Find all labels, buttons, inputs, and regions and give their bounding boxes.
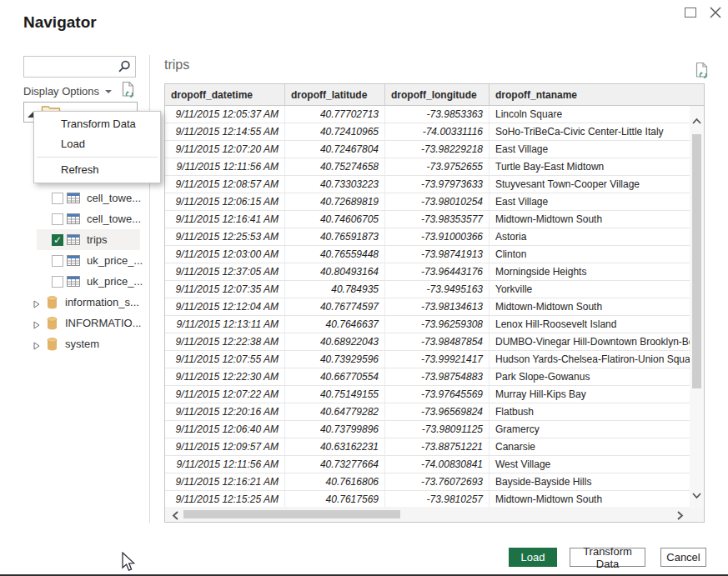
cell-dropoff-datetime: 9/11/2015 12:14:55 AM [165, 123, 285, 140]
expand-triangle-icon[interactable] [33, 319, 40, 328]
restore-icon[interactable] [685, 8, 696, 18]
cancel-button[interactable]: Cancel [660, 548, 706, 567]
navigator-tree: cell_towe... [23, 167, 142, 354]
column-header[interactable]: dropoff_latitude [285, 84, 385, 105]
table-row: 9/11/2015 12:07:22 AM 40.75149155 -73.97… [165, 386, 704, 403]
refresh-table-icon[interactable] [693, 61, 710, 81]
cell-dropoff-datetime: 9/11/2015 12:07:20 AM [165, 141, 285, 158]
dialog-title: Navigator [23, 13, 97, 32]
cell-dropoff-latitude: 40.7646637 [285, 316, 385, 333]
menu-item-refresh[interactable]: Refresh [34, 160, 160, 180]
cell-dropoff-longitude: -73.88751221 [385, 438, 490, 455]
tree-item[interactable]: uk_price_... [23, 271, 142, 292]
search-input[interactable] [24, 57, 117, 77]
cell-dropoff-longitude: -73.98754883 [385, 368, 490, 385]
vertical-scrollbar[interactable] [690, 106, 704, 508]
close-icon[interactable] [708, 5, 723, 20]
tree-item-checkbox[interactable] [52, 193, 63, 204]
cell-dropoff-datetime: 9/11/2015 12:22:38 AM [165, 333, 285, 350]
table-row: 9/11/2015 12:08:57 AM 40.73303223 -73.97… [165, 176, 704, 193]
tree-item[interactable]: uk_price_... [23, 250, 142, 271]
expand-triangle-icon[interactable] [33, 298, 40, 307]
table-row: 9/11/2015 12:16:21 AM 40.7616806 -73.760… [165, 473, 704, 491]
cell-dropoff-ntaname: Lincoln Square [490, 106, 704, 123]
cell-dropoff-datetime: 9/11/2015 12:08:57 AM [165, 176, 285, 193]
menu-item-load[interactable]: Load [34, 134, 160, 154]
cell-dropoff-datetime: 9/11/2015 12:07:22 AM [165, 386, 285, 403]
cell-dropoff-latitude: 40.63162231 [285, 438, 385, 455]
cell-dropoff-ntaname: Park Slope-Gowanus [490, 368, 704, 385]
tree-item-checkbox[interactable] [52, 213, 63, 225]
cell-dropoff-latitude: 40.74606705 [285, 211, 385, 228]
cell-dropoff-ntaname: East Village [490, 141, 704, 158]
vertical-scroll-thumb[interactable] [692, 134, 701, 388]
table-row: 9/11/2015 12:06:40 AM 40.73799896 -73.98… [165, 421, 704, 438]
table-row: 9/11/2015 12:22:38 AM 40.68922043 -73.98… [165, 333, 704, 351]
cell-dropoff-ntaname: East Village [490, 193, 704, 210]
table-row: 9/11/2015 12:07:20 AM 40.72467804 -73.98… [165, 141, 704, 158]
cell-dropoff-longitude: -73.9810257 [385, 491, 490, 508]
cell-dropoff-latitude: 40.72410965 [285, 123, 385, 140]
cell-dropoff-latitude: 40.76591873 [285, 228, 385, 245]
cell-dropoff-longitude: -74.00830841 [385, 456, 490, 473]
scroll-left-icon[interactable] [172, 509, 179, 523]
column-header[interactable]: dropoff_longitude [385, 84, 490, 105]
tree-item-checkbox[interactable] [52, 255, 63, 267]
column-header[interactable]: dropoff_ntaname [490, 84, 704, 105]
cell-dropoff-ntaname: Canarsie [490, 438, 704, 455]
menu-item-transform-data[interactable]: Transform Data [34, 114, 160, 134]
tree-item-label: information_s... [65, 296, 139, 308]
column-header[interactable]: dropoff_datetime [165, 84, 285, 105]
load-button[interactable]: Load [509, 548, 557, 567]
table-row: 9/11/2015 12:03:00 AM 40.76559448 -73.98… [165, 246, 704, 263]
cell-dropoff-longitude: -73.98487854 [385, 333, 490, 350]
cell-dropoff-ntaname: Gramercy [490, 421, 704, 438]
cell-dropoff-datetime: 9/11/2015 12:22:30 AM [165, 368, 285, 385]
scroll-right-icon[interactable] [676, 509, 684, 523]
horizontal-scrollbar[interactable] [165, 507, 704, 522]
cell-dropoff-datetime: 9/11/2015 12:09:57 AM [165, 438, 285, 455]
scroll-up-icon[interactable] [691, 113, 702, 128]
cell-dropoff-longitude: -73.98010254 [385, 193, 490, 210]
tree-item[interactable]: system [23, 333, 142, 354]
tree-item[interactable]: information_s... [23, 292, 142, 313]
transform-data-button[interactable]: Transform Data [570, 548, 645, 567]
tree-item-label: cell_towe... [87, 213, 141, 225]
display-options-dropdown[interactable]: Display Options [23, 83, 112, 99]
cell-dropoff-latitude: 40.77702713 [285, 106, 385, 123]
cell-dropoff-datetime: 9/11/2015 12:25:53 AM [165, 228, 285, 245]
scroll-down-icon[interactable] [691, 488, 702, 503]
tree-item[interactable]: cell_towe... [23, 188, 142, 208]
cell-dropoff-datetime: 9/11/2015 12:20:16 AM [165, 403, 285, 420]
tree-item[interactable]: INFORMATIO... [23, 313, 142, 333]
cell-dropoff-ntaname: Lenox Hill-Roosevelt Island [490, 316, 704, 333]
tree-item-checkbox[interactable] [52, 234, 63, 246]
cell-dropoff-ntaname: DUMBO-Vinegar Hill-Downtown Brooklyn-Boe… [490, 333, 704, 350]
horizontal-scroll-thumb[interactable] [183, 510, 400, 518]
cell-dropoff-longitude: -73.96569824 [385, 403, 490, 420]
cell-dropoff-longitude: -73.98091125 [385, 421, 490, 438]
table-row: 9/11/2015 12:05:37 AM 40.77702713 -73.98… [165, 106, 704, 123]
expand-triangle-icon[interactable] [33, 340, 40, 348]
table-body: 9/11/2015 12:05:37 AM 40.77702713 -73.98… [165, 106, 704, 508]
table-row: 9/11/2015 12:07:55 AM 40.73929596 -73.99… [165, 351, 704, 368]
tree-item-checkbox[interactable] [52, 276, 63, 288]
cell-dropoff-ntaname: West Village [490, 456, 704, 473]
cell-dropoff-longitude: -74.00331116 [385, 123, 490, 140]
tree-item[interactable]: trips [23, 229, 142, 250]
tree-item-label: uk_price_... [87, 275, 143, 288]
menu-separator [37, 157, 158, 158]
cell-dropoff-datetime: 9/11/2015 12:13:11 AM [165, 316, 285, 333]
tree-item[interactable]: cell_towe... [23, 208, 142, 229]
cell-dropoff-latitude: 40.66770554 [285, 368, 385, 385]
cell-dropoff-datetime: 9/11/2015 12:15:25 AM [165, 491, 285, 508]
cell-dropoff-ntaname: SoHo-TriBeCa-Civic Center-Little Italy [490, 123, 704, 140]
tree-item-label: uk_price_... [87, 254, 143, 267]
refresh-preview-icon[interactable] [119, 80, 136, 100]
table-row: 9/11/2015 12:12:04 AM 40.76774597 -73.98… [165, 298, 704, 316]
cell-dropoff-datetime: 9/11/2015 12:16:21 AM [165, 473, 285, 490]
cell-dropoff-latitude: 40.76559448 [285, 246, 385, 263]
cell-dropoff-longitude: -73.98741913 [385, 246, 490, 263]
table-row: 9/11/2015 12:20:16 AM 40.64779282 -73.96… [165, 403, 704, 421]
search-icon[interactable] [117, 59, 132, 74]
